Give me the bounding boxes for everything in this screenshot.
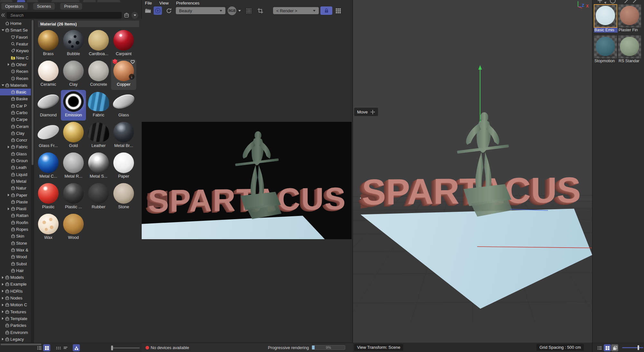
sidebar-item-smart-se[interactable]: Smart Se	[0, 27, 31, 34]
expand-arrow-icon[interactable]	[1, 338, 5, 340]
sidebar-item-keywo[interactable]: Keywo	[0, 47, 31, 54]
thumbnail-size-slider-handle[interactable]	[638, 345, 639, 350]
sidebar-item-new-c[interactable]: New C	[0, 54, 31, 61]
collapse-arrow-icon[interactable]	[1, 29, 5, 31]
expand-arrow-icon[interactable]	[1, 283, 5, 286]
expand-arrow-icon[interactable]	[6, 146, 11, 148]
material-emission[interactable]: Emission	[61, 90, 86, 121]
statue-model[interactable]	[442, 107, 524, 232]
sidebar-item-fabric[interactable]: Fabric	[0, 143, 31, 150]
sidebar-item-particles[interactable]: Particles	[0, 322, 31, 329]
sidebar-item-hdris[interactable]: HDRIs	[0, 288, 31, 295]
sidebar-item-roofin[interactable]: Roofin	[0, 219, 31, 226]
menu-preferences[interactable]: Preferences	[176, 1, 200, 5]
material-metal-r[interactable]: Metal R...	[61, 151, 86, 182]
tab-presets[interactable]: Presets	[60, 3, 82, 10]
expand-arrow-icon[interactable]	[1, 304, 5, 306]
sidebar-item-other[interactable]: Other	[0, 61, 31, 68]
camera-select[interactable]: < Render >	[273, 7, 319, 14]
sidebar-item-favori[interactable]: Favori	[0, 34, 31, 41]
grid-icon[interactable]	[334, 7, 342, 15]
material-glass[interactable]: Glass	[111, 90, 136, 121]
material-metal-s[interactable]: Metal S...	[86, 151, 111, 182]
sidebar-item-paper[interactable]: Paper	[0, 191, 31, 198]
render-mode-select[interactable]: Beauty	[176, 7, 225, 14]
tab-operators[interactable]: Operators	[1, 3, 28, 10]
search-input[interactable]	[6, 12, 122, 19]
material-copper[interactable]: ↓Copper	[111, 59, 136, 90]
material-leather[interactable]: Leather	[86, 121, 111, 151]
sidebar-item-subst[interactable]: Subst	[0, 260, 31, 267]
material-metal-br[interactable]: Metal Br...	[111, 121, 136, 151]
sidebar-item-carbo[interactable]: Carbo	[0, 109, 31, 116]
download-icon[interactable]: ↓	[129, 74, 135, 80]
sidebar-item-plasti[interactable]: Plasti	[0, 205, 31, 212]
sidebar-item-baske[interactable]: Baske	[0, 95, 31, 102]
material-plastic[interactable]: Plastic ...	[61, 182, 86, 212]
collapse-arrow-icon[interactable]	[1, 84, 5, 86]
list-view-icon[interactable]	[596, 344, 603, 351]
sidebar-item-wood[interactable]: Wood	[0, 253, 31, 260]
sidebar-item-plaste[interactable]: Plaste	[0, 199, 31, 205]
sidebar-item-car-p[interactable]: Car P	[0, 103, 31, 109]
sidebar-item-materials[interactable]: Materials	[0, 82, 31, 89]
sidebar-item-recen[interactable]: Recen	[0, 68, 31, 75]
expand-arrow-icon[interactable]	[6, 63, 11, 66]
layers-icon[interactable]	[611, 344, 618, 351]
detail-view-icon[interactable]	[55, 344, 62, 351]
sidebar-item-models[interactable]: Models	[0, 274, 31, 281]
material-ball-icon[interactable]	[609, 0, 616, 4]
sidebar-item-hair[interactable]: Hair	[0, 267, 31, 274]
scene-material-stopmotion[interactable]: Stopmotion	[594, 35, 618, 66]
tab-scenes[interactable]: Scenes	[33, 3, 55, 10]
material-wax[interactable]: Wax	[36, 212, 61, 243]
material-cardboa[interactable]: Cardboa...	[86, 29, 111, 59]
material-carpaint[interactable]: Carpaint	[111, 29, 136, 59]
sidebar-item-motion-c[interactable]: Motion C	[0, 301, 31, 308]
sidebar-item-home[interactable]: Home	[0, 20, 31, 27]
thumbnail-size-slider-handle[interactable]	[111, 346, 113, 350]
clapper-icon[interactable]	[144, 7, 152, 15]
sidebar-item-clay[interactable]: Clay	[0, 130, 31, 137]
play-icon[interactable]	[154, 6, 162, 15]
3d-viewport[interactable]: SPARTACUS Move Z X	[353, 0, 592, 343]
sidebar-item-recen[interactable]: Recen	[0, 75, 31, 82]
material-brass[interactable]: Brass	[36, 29, 61, 59]
compact-list-icon[interactable]	[62, 344, 69, 351]
menu-file[interactable]: File	[145, 1, 152, 5]
sidebar-item-nodes[interactable]: Nodes	[0, 295, 31, 301]
window-tab-sliver[interactable]	[27, 0, 38, 2]
thumbnail-size-slider-track[interactable]	[112, 347, 140, 348]
sidebar-item-concr[interactable]: Concr	[0, 137, 31, 143]
material-rubber[interactable]: Rubber	[86, 182, 111, 212]
window-tab-sliver[interactable]	[97, 0, 120, 2]
search-options-button[interactable]	[131, 12, 138, 19]
dots-grid-icon[interactable]	[245, 7, 253, 15]
crop-icon[interactable]	[256, 7, 264, 15]
material-metal-c[interactable]: Metal C...	[36, 151, 61, 182]
scene-material-rs-standar[interactable]: RS Standar	[618, 35, 642, 66]
material-fabric[interactable]: Fabric	[86, 90, 111, 121]
add-material-icon[interactable]	[597, 0, 608, 4]
material-plastic[interactable]: Plastic	[36, 182, 61, 212]
sidebar-item-stone[interactable]: Stone	[0, 240, 31, 247]
expand-arrow-icon[interactable]	[1, 290, 5, 292]
asset-filter-icon[interactable]	[73, 344, 80, 351]
render-result-image[interactable]: SPARTACUS	[142, 122, 352, 239]
sidebar-item-textures[interactable]: Textures	[0, 308, 31, 315]
grid-view-icon[interactable]	[604, 344, 611, 351]
window-tab-sliver[interactable]	[52, 0, 80, 2]
grid-view-icon[interactable]	[43, 344, 50, 351]
sidebar-item-example[interactable]: Example	[0, 281, 31, 288]
lock-icon[interactable]	[320, 6, 332, 15]
chevron-down-icon[interactable]	[238, 10, 241, 12]
sidebar-item-template[interactable]: Template	[0, 315, 31, 322]
expand-arrow-icon[interactable]	[6, 208, 11, 210]
refresh-icon[interactable]	[165, 7, 173, 15]
channel-button[interactable]: RGB	[228, 6, 236, 15]
expand-arrow-icon[interactable]	[1, 276, 5, 279]
sidebar-item-rattan[interactable]: Rattan	[0, 212, 31, 219]
material-glass-fr[interactable]: Glass Fr...	[36, 121, 61, 151]
edit-node-icon[interactable]	[632, 0, 639, 4]
sidebar-item-groun[interactable]: Groun	[0, 157, 31, 164]
